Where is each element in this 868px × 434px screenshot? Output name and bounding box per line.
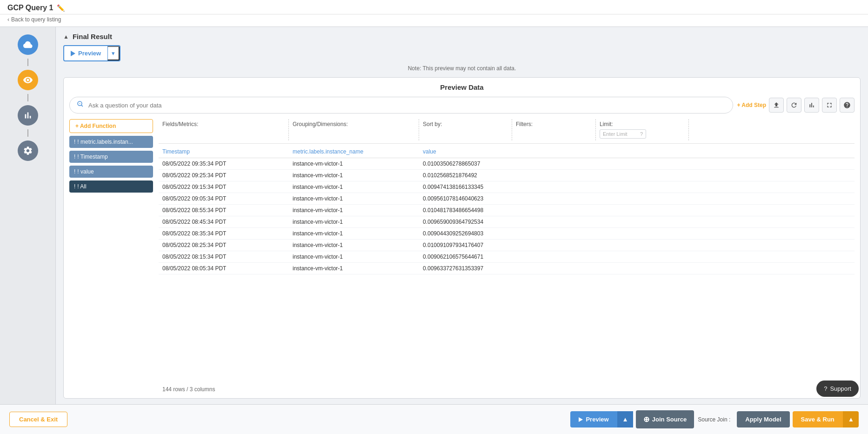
play-icon — [71, 51, 75, 56]
collapse-chevron[interactable]: ▲ — [63, 33, 69, 40]
search-toolbar: + Add Step — [69, 97, 855, 114]
table-row: 08/05/2022 08:05:34 PDTinstance-vm-victo… — [159, 263, 855, 274]
field-item-value[interactable]: ! ! value — [69, 166, 153, 178]
preview-button-group: Preview ▾ — [63, 45, 120, 61]
header: GCP Query 1 ✏️ ‹ Back to query listing — [0, 0, 868, 27]
table-cell: 08/05/2022 08:25:34 PDT — [159, 240, 289, 251]
support-icon: ? — [824, 385, 827, 392]
section-title: Final Result — [73, 33, 112, 40]
table-row: 08/05/2022 08:45:34 PDTinstance-vm-victo… — [159, 216, 855, 228]
table-row: 08/05/2022 08:35:34 PDTinstance-vm-victo… — [159, 228, 855, 240]
search-input[interactable] — [88, 102, 726, 109]
table-cell: 08/05/2022 08:55:34 PDT — [159, 205, 289, 216]
field-label-3: ! value — [77, 168, 93, 175]
edit-icon[interactable]: ✏️ — [57, 4, 65, 12]
table-cell: instance-vm-victor-1 — [289, 170, 419, 181]
field-label-2: ! Timestamp — [77, 154, 107, 160]
table-row: 08/05/2022 09:05:34 PDTinstance-vm-victo… — [159, 193, 855, 205]
col-header-timestamp[interactable]: Timestamp — [159, 146, 289, 158]
table-cell: 08/05/2022 09:05:34 PDT — [159, 193, 289, 204]
left-sidebar — [0, 27, 56, 404]
back-arrow-icon: ‹ — [7, 16, 9, 23]
field-label-4: ! All — [77, 183, 86, 190]
svg-point-1 — [79, 103, 80, 104]
bottom-preview-button[interactable]: Preview — [570, 411, 617, 427]
table-cell: instance-vm-victor-1 — [289, 205, 419, 216]
grouping-dimensions-header: Grouping/Dimensions: — [289, 119, 419, 140]
table-row: 08/05/2022 08:15:34 PDTinstance-vm-victo… — [159, 251, 855, 263]
table-row: 08/05/2022 08:55:34 PDTinstance-vm-victo… — [159, 205, 855, 216]
title-row: GCP Query 1 ✏️ — [0, 0, 868, 14]
refresh-icon-button[interactable] — [787, 98, 801, 113]
table-cell: instance-vm-victor-1 — [289, 181, 419, 193]
support-button[interactable]: ? Support — [816, 381, 859, 397]
fullscreen-icon-button[interactable] — [822, 98, 837, 113]
save-run-chevron[interactable]: ▲ — [843, 411, 859, 427]
support-label: Support — [830, 385, 851, 392]
join-source-label: Join Source — [652, 416, 687, 423]
preview-note: Note: This preview may not contain all d… — [63, 65, 861, 72]
table-cell: 0.009044309252694803 — [419, 228, 512, 239]
table-row: 08/05/2022 09:15:34 PDTinstance-vm-victo… — [159, 181, 855, 193]
table-cell: instance-vm-victor-1 — [289, 228, 419, 239]
chart-icon-button[interactable] — [804, 98, 819, 113]
table-header-row: Timestamp metric.labels.instance_name va… — [159, 146, 855, 158]
table-cell: 08/05/2022 09:15:34 PDT — [159, 181, 289, 193]
table-cell: instance-vm-victor-1 — [289, 251, 419, 262]
table-cell: instance-vm-victor-1 — [289, 263, 419, 274]
preview-dropdown-button[interactable]: ▾ — [107, 46, 120, 60]
data-view: + Add Function ! ! metric.labels.instan.… — [69, 119, 855, 393]
bottom-preview-chevron[interactable]: ▲ — [617, 411, 633, 427]
table-row: 08/05/2022 08:25:34 PDTinstance-vm-victo… — [159, 240, 855, 251]
apply-model-button[interactable]: Apply Model — [737, 411, 789, 427]
table-cell: 0.009659009364792534 — [419, 216, 512, 227]
bottom-right-actions: Preview ▲ ⊕ Join Source Source Join : Ap… — [570, 410, 859, 428]
table-row: 08/05/2022 09:35:34 PDTinstance-vm-victo… — [159, 158, 855, 170]
save-run-button[interactable]: Save & Run — [793, 411, 843, 427]
add-function-button[interactable]: + Add Function — [69, 119, 153, 133]
sort-by-header: Sort by: — [419, 119, 512, 140]
table-cell: instance-vm-victor-1 — [289, 193, 419, 204]
data-table: 08/05/2022 09:35:34 PDTinstance-vm-victo… — [159, 158, 855, 382]
back-link[interactable]: ‹ Back to query listing — [0, 14, 868, 27]
field-exclaim-1: ! — [74, 139, 75, 145]
preview-main-button[interactable]: Preview — [64, 47, 107, 60]
table-cell: 08/05/2022 08:45:34 PDT — [159, 216, 289, 227]
join-source-button[interactable]: ⊕ Join Source — [636, 410, 694, 428]
help-icon-button[interactable] — [840, 98, 855, 113]
table-cell: 0.010481783486654498 — [419, 205, 512, 216]
limit-placeholder: Enter Limit — [603, 131, 628, 137]
save-run-group: Save & Run ▲ — [793, 411, 859, 427]
join-plus-icon: ⊕ — [643, 415, 649, 424]
limit-label: Limit: — [600, 121, 685, 127]
column-section-headers: Fields/Metrics: Grouping/Dimensions: Sor… — [159, 119, 855, 144]
sidebar-connector-2 — [27, 94, 28, 101]
limit-input[interactable]: Enter Limit ? — [600, 129, 646, 139]
search-icon — [76, 100, 85, 110]
field-item-all[interactable]: ! ! All — [69, 180, 153, 193]
col-header-instance[interactable]: metric.labels.instance_name — [289, 146, 419, 158]
field-item-metric[interactable]: ! ! metric.labels.instan... — [69, 136, 153, 148]
table-cell: 08/05/2022 08:15:34 PDT — [159, 251, 289, 262]
section-header: ▲ Final Result — [63, 33, 861, 40]
page-title: GCP Query 1 — [7, 4, 53, 12]
upload-icon-button[interactable] — [769, 98, 784, 113]
field-label-1: ! metric.labels.instan... — [77, 139, 133, 145]
add-step-button[interactable]: + Add Step — [737, 102, 766, 108]
table-cell: 0.01003506278865037 — [419, 158, 512, 169]
sidebar-icon-chart[interactable] — [18, 105, 38, 126]
sidebar-icon-eye[interactable] — [18, 70, 38, 90]
limit-header: Limit: Enter Limit ? — [596, 119, 689, 140]
field-exclaim-2: ! — [74, 154, 75, 160]
sidebar-icon-cloud[interactable] — [18, 34, 38, 55]
table-cell: 08/05/2022 09:35:34 PDT — [159, 158, 289, 169]
sidebar-icon-settings[interactable] — [18, 140, 38, 161]
table-panel: Fields/Metrics: Grouping/Dimensions: Sor… — [159, 119, 855, 393]
field-item-timestamp[interactable]: ! ! Timestamp — [69, 151, 153, 163]
col-header-value[interactable]: value — [419, 146, 512, 158]
table-cell: 0.009474138166133345 — [419, 181, 512, 193]
bottom-preview-label: Preview — [586, 416, 608, 423]
back-link-label: Back to query listing — [11, 16, 61, 23]
search-box[interactable] — [69, 97, 733, 114]
cancel-exit-button[interactable]: Cancel & Exit — [9, 412, 67, 427]
